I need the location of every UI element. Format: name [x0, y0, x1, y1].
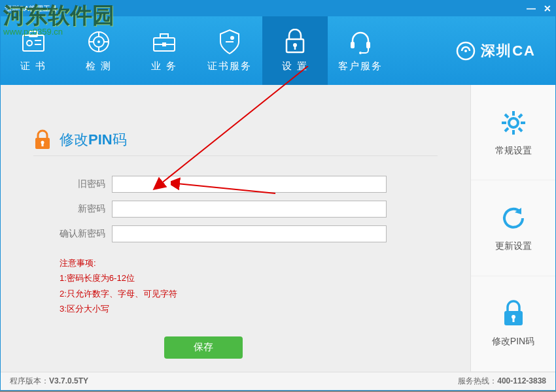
nav-certificate[interactable]: 证 书 — [1, 16, 66, 85]
nav-label: 设 置 — [282, 60, 308, 73]
nav-cert-service[interactable]: 证书服务 — [197, 16, 262, 85]
svg-point-1 — [27, 41, 32, 46]
refresh-icon — [499, 204, 528, 233]
brand-text: 深圳CA — [481, 41, 536, 61]
old-password-input[interactable] — [112, 176, 387, 193]
svg-point-7 — [97, 41, 100, 43]
svg-rect-27 — [42, 143, 44, 146]
version-label: 程序版本：V3.7.0.5TY — [10, 376, 88, 387]
confirm-password-label: 确认新密码 — [33, 228, 112, 240]
nav-label: 证 书 — [20, 60, 46, 73]
minimize-button[interactable]: ― — [527, 3, 536, 14]
svg-line-35 — [519, 114, 522, 118]
nav-settings[interactable]: 设 置 — [262, 16, 328, 85]
save-button[interactable]: 保存 — [164, 336, 243, 359]
nav-label: 证书服务 — [207, 60, 252, 73]
settings-lock-icon — [282, 29, 308, 55]
nav-customer-service[interactable]: 客户服务 — [328, 16, 393, 85]
window-title: 深圳CA管理工具 — [5, 4, 58, 14]
nav-label: 检 测 — [86, 60, 112, 73]
nav-business[interactable]: 业 务 — [131, 16, 197, 85]
detect-icon — [86, 29, 112, 55]
sidebar-item-label: 修改PIN码 — [492, 336, 534, 348]
svg-rect-14 — [162, 42, 166, 46]
svg-point-28 — [509, 118, 518, 127]
titlebar: 深圳CA管理工具 ― ✕ — [1, 1, 555, 16]
sidebar-item-general[interactable]: 常规设置 — [471, 85, 555, 180]
panel-title: 修改PIN码 — [60, 130, 127, 150]
new-password-label: 新密码 — [33, 203, 112, 215]
business-icon — [151, 29, 177, 55]
svg-line-33 — [505, 114, 508, 118]
brand-logo: 深圳CA — [456, 41, 536, 61]
svg-point-22 — [359, 52, 362, 54]
notice-line: 2:只允许数字、字母、可见字符 — [60, 286, 438, 301]
nav-label: 客户服务 — [338, 60, 383, 73]
cert-service-icon — [217, 29, 243, 55]
svg-line-34 — [519, 128, 522, 131]
svg-point-15 — [230, 36, 234, 40]
svg-rect-40 — [512, 318, 514, 322]
confirm-password-input[interactable] — [112, 225, 387, 242]
sidebar-item-changepin[interactable]: 修改PIN码 — [471, 276, 555, 372]
main-panel: 修改PIN码 旧密码 新密码 确认新密码 注意事项: 1:密码长度为6-12位 … — [1, 85, 470, 372]
svg-point-24 — [464, 50, 467, 52]
hotline-label: 服务热线：400-112-3838 — [458, 376, 546, 387]
svg-line-36 — [505, 128, 508, 131]
nav-label: 业 务 — [151, 60, 177, 73]
gear-icon — [499, 108, 528, 137]
sidebar-item-update[interactable]: 更新设置 — [471, 180, 555, 276]
close-button[interactable]: ✕ — [544, 3, 551, 14]
headset-icon — [347, 29, 374, 55]
svg-rect-21 — [366, 42, 370, 48]
notice-line: 3:区分大小写 — [60, 301, 438, 316]
svg-rect-20 — [351, 42, 355, 48]
sidebar-item-label: 常规设置 — [495, 145, 532, 157]
header-nav: 证 书 检 测 业 务 证书服务 — [1, 16, 555, 85]
svg-rect-0 — [23, 35, 44, 51]
old-password-label: 旧密码 — [33, 178, 112, 190]
nav-detect[interactable]: 检 测 — [66, 16, 131, 85]
statusbar: 程序版本：V3.7.0.5TY 服务热线：400-112-3838 — [1, 372, 555, 390]
new-password-input[interactable] — [112, 201, 387, 218]
certificate-icon — [20, 29, 46, 55]
sidebar-item-label: 更新设置 — [495, 240, 532, 252]
notice-line: 1:密码长度为6-12位 — [60, 270, 438, 286]
settings-sidebar: 常规设置 更新设置 修改PIN码 — [470, 85, 555, 372]
lock-icon — [33, 129, 52, 150]
notice-heading: 注意事项: — [60, 255, 438, 270]
lock-icon — [501, 299, 526, 328]
notice-block: 注意事项: 1:密码长度为6-12位 2:只允许数字、字母、可见字符 3:区分大… — [60, 255, 438, 317]
